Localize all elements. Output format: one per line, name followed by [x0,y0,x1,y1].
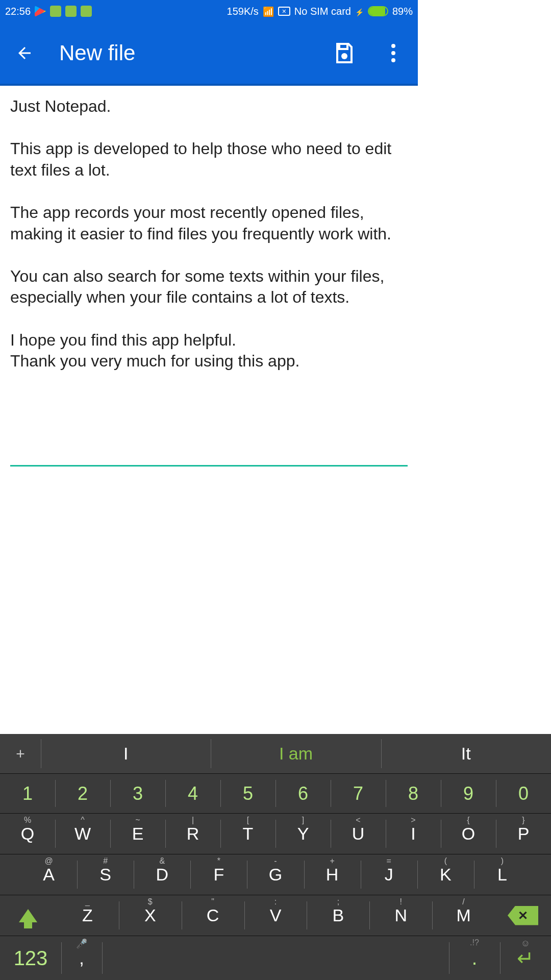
arrow-left-icon [15,44,34,62]
suggestion-right[interactable]: It [381,734,418,743]
app-bar: New file [0,22,418,84]
suggestion-left[interactable]: I [41,734,211,743]
battery-icon [368,6,388,16]
soft-keyboard: + I I am It 1234567890 %Q^W~E|R[T]Y<U>I{… [0,734,418,743]
back-button[interactable] [10,39,39,67]
cast-off-icon [278,7,290,16]
status-sim: No SIM card [294,6,351,17]
save-icon [332,41,357,65]
svg-rect-1 [339,44,347,49]
status-netspeed: 159K/s [227,6,259,17]
dot-icon [391,51,395,55]
notif-icon [81,6,92,17]
editor-area [0,86,418,477]
wifi-icon [263,6,274,17]
charging-icon [355,6,364,17]
play-store-icon [35,6,46,17]
save-button[interactable] [330,39,359,67]
notif-icon [50,6,61,17]
status-bar: 22:56 159K/s No SIM card 89% [0,0,418,22]
notif-icon [65,6,77,17]
dot-icon [391,44,395,48]
status-time: 22:56 [5,6,31,17]
suggestion-expand[interactable]: + [0,734,41,743]
dot-icon [391,58,395,62]
text-editor[interactable] [10,96,408,467]
svg-point-0 [341,53,347,59]
page-title: New file [59,41,135,65]
status-battery-pct: 89% [392,6,413,17]
suggestion-center[interactable]: I am [211,734,381,743]
overflow-menu-button[interactable] [379,39,408,67]
suggestion-row: + I I am It [0,734,418,743]
